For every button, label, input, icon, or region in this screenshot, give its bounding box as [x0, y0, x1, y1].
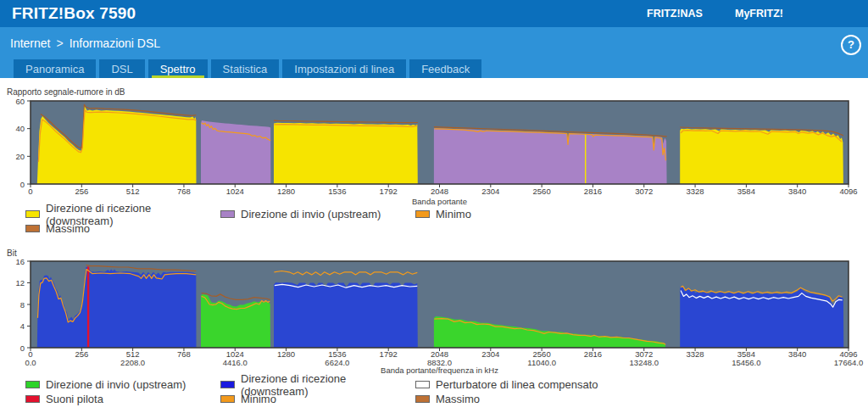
legend-item: Direzione di invio (upstream) — [220, 209, 415, 220]
svg-text:8: 8 — [20, 300, 25, 310]
breadcrumb: Internet>Informazioni DSL — [10, 36, 160, 50]
fritznas-link[interactable]: FRITZ!NAS — [647, 8, 703, 20]
legend-swatch-icon — [25, 225, 40, 232]
content-area: 0256512768102412801536179220482304256028… — [0, 78, 868, 413]
svg-text:1280: 1280 — [277, 187, 295, 196]
svg-text:4: 4 — [20, 321, 25, 331]
svg-text:4416.0: 4416.0 — [223, 358, 248, 367]
svg-text:1280: 1280 — [277, 349, 295, 359]
tab-feedback[interactable]: Feedback — [409, 59, 481, 78]
fritzbox-page: FRITZ!Box 7590 FRITZ!NAS MyFRITZ! Intern… — [0, 0, 868, 413]
legend-swatch-icon — [415, 395, 430, 403]
legend-item: Massimo — [415, 393, 695, 405]
svg-text:768: 768 — [177, 349, 191, 359]
legend-swatch-icon — [415, 381, 430, 388]
tab-impostazioni-di-linea[interactable]: Impostazioni di linea — [282, 59, 406, 78]
legend-swatch-icon — [415, 210, 430, 218]
app-header: FRITZ!Box 7590 FRITZ!NAS MyFRITZ! — [0, 0, 868, 27]
legend-swatch-icon — [25, 395, 40, 403]
svg-text:2304: 2304 — [481, 187, 499, 196]
tab-statistica[interactable]: Statistica — [211, 59, 280, 78]
legend-label: Direzione di invio (upstream) — [241, 208, 381, 220]
svg-text:3840: 3840 — [788, 187, 806, 196]
legend-label: Massimo — [436, 393, 480, 405]
svg-text:Banda portante: Banda portante — [412, 197, 467, 206]
legend-item: Suoni pilota — [25, 393, 220, 405]
svg-text:4096: 4096 — [839, 187, 857, 196]
svg-text:3328: 3328 — [686, 349, 704, 359]
tab-panoramica[interactable]: Panoramica — [14, 59, 96, 78]
sub-header: Internet>Informazioni DSL ? PanoramicaDS… — [0, 27, 868, 78]
svg-text:256: 256 — [75, 349, 88, 359]
legend-item: Minimo — [415, 209, 695, 220]
svg-text:13248.0: 13248.0 — [630, 358, 659, 367]
svg-text:20: 20 — [15, 152, 25, 161]
svg-text:768: 768 — [177, 187, 191, 196]
legend-swatch-icon — [220, 381, 235, 388]
svg-text:16: 16 — [15, 257, 25, 266]
legend-label: Direzione di invio (upstream) — [46, 378, 186, 391]
svg-text:1792: 1792 — [380, 187, 398, 196]
svg-text:2048: 2048 — [431, 187, 448, 196]
svg-text:3328: 3328 — [686, 187, 704, 196]
legend-swatch-icon — [220, 210, 235, 218]
tab-spettro[interactable]: Spettro — [148, 59, 208, 78]
legend-item: Direzione di invio (upstream) — [25, 379, 220, 390]
svg-text:3072: 3072 — [635, 187, 653, 196]
svg-text:11040.0: 11040.0 — [527, 358, 556, 367]
svg-text:0: 0 — [20, 343, 25, 353]
svg-text:2816: 2816 — [584, 349, 602, 359]
legend-item: Minimo — [220, 393, 415, 405]
legend-item: Perturbatore di linea compensato — [415, 379, 695, 390]
myfritz-link[interactable]: MyFRITZ! — [735, 8, 783, 20]
svg-text:17664.0: 17664.0 — [834, 358, 863, 367]
svg-text:256: 256 — [75, 187, 88, 196]
bit-chart-legend: Direzione di invio (upstream)Direzione d… — [25, 379, 695, 405]
breadcrumb-separator-icon: > — [56, 36, 63, 50]
svg-text:0: 0 — [20, 180, 25, 189]
svg-text:6624.0: 6624.0 — [325, 358, 349, 367]
snr-spectrum-chart: 0256512768102412801536179220482304256028… — [0, 85, 868, 209]
legend-label: Suoni pilota — [46, 393, 103, 405]
svg-text:3840: 3840 — [788, 349, 806, 359]
svg-text:Bit: Bit — [7, 248, 17, 258]
svg-text:2560: 2560 — [533, 187, 551, 196]
svg-text:2816: 2816 — [584, 187, 602, 196]
legend-item: Direzione di ricezione (downstream) — [220, 379, 415, 390]
bit-spectrum-chart: 00.02565122208.076810244416.012801536662… — [0, 248, 868, 376]
legend-label: Perturbatore di linea compensato — [436, 378, 598, 391]
svg-text:2208.0: 2208.0 — [120, 358, 145, 367]
breadcrumb-section[interactable]: Internet — [10, 36, 50, 50]
breadcrumb-page: Informazioni DSL — [70, 36, 160, 50]
tab-bar: PanoramicaDSLSpettroStatisticaImpostazio… — [14, 59, 481, 78]
legend-label: Minimo — [436, 208, 471, 220]
tab-dsl[interactable]: DSL — [99, 59, 144, 78]
svg-text:40: 40 — [15, 124, 25, 133]
help-icon-glyph: ? — [848, 38, 854, 51]
svg-text:1024: 1024 — [226, 187, 244, 196]
svg-text:3584: 3584 — [737, 187, 755, 196]
svg-text:12: 12 — [15, 278, 25, 287]
legend-label: Minimo — [241, 393, 276, 405]
legend-label: Massimo — [46, 222, 90, 235]
svg-text:0: 0 — [28, 187, 32, 196]
svg-text:0.0: 0.0 — [25, 358, 36, 367]
svg-text:Rapporto segnale-rumore in dB: Rapporto segnale-rumore in dB — [7, 87, 125, 97]
legend-swatch-icon — [25, 210, 40, 218]
legend-item: Massimo — [25, 223, 220, 234]
app-title: FRITZ!Box 7590 — [12, 4, 136, 23]
svg-text:1536: 1536 — [328, 187, 346, 196]
svg-text:512: 512 — [126, 187, 140, 196]
snr-chart-legend: Direzione di ricezione (downstream)Direz… — [25, 209, 695, 234]
legend-swatch-icon — [220, 395, 235, 403]
svg-text:1792: 1792 — [380, 349, 398, 359]
legend-swatch-icon — [25, 381, 40, 388]
svg-text:60: 60 — [15, 97, 25, 106]
svg-text:2304: 2304 — [481, 349, 499, 359]
legend-item: Direzione di ricezione (downstream) — [25, 209, 220, 220]
help-icon[interactable]: ? — [841, 35, 861, 55]
svg-text:15456.0: 15456.0 — [732, 358, 760, 367]
